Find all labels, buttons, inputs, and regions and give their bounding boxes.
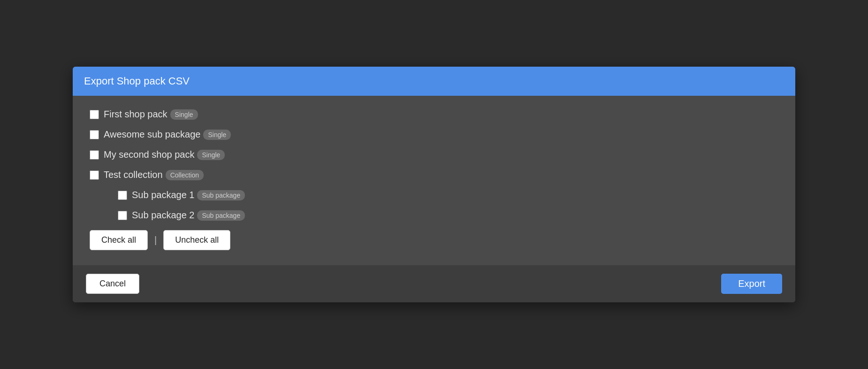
export-button[interactable]: Export (721, 274, 782, 294)
export-modal: Export Shop pack CSV First shop packSing… (73, 67, 795, 302)
checkbox-label-text-my-second-shop-pack: My second shop pack (104, 149, 194, 160)
actions-row: Check all|Uncheck all (90, 230, 778, 250)
badge-awesome-sub-package: Single (203, 130, 231, 140)
checkbox-sub-package-2[interactable] (118, 211, 127, 220)
checkbox-item-awesome-sub-package: Awesome sub packageSingle (90, 129, 778, 140)
badge-test-collection: Collection (166, 170, 204, 180)
checkbox-label-text-sub-package-2: Sub package 2 (132, 210, 194, 221)
checkbox-item-first-shop-pack: First shop packSingle (90, 109, 778, 120)
modal-header: Export Shop pack CSV (73, 67, 795, 96)
badge-my-second-shop-pack: Single (197, 150, 225, 160)
modal-title: Export Shop pack CSV (84, 75, 190, 87)
checkbox-awesome-sub-package[interactable] (90, 130, 99, 139)
checkbox-item-test-collection: Test collectionCollection (90, 169, 778, 180)
checkbox-label-text-sub-package-1: Sub package 1 (132, 190, 194, 200)
modal-overlay: Export Shop pack CSV First shop packSing… (0, 0, 868, 369)
label-test-collection[interactable]: Test collectionCollection (104, 169, 204, 180)
checkbox-label-text-test-collection: Test collection (104, 169, 163, 180)
checkbox-first-shop-pack[interactable] (90, 110, 99, 119)
modal-body: First shop packSingleAwesome sub package… (73, 96, 795, 265)
checkbox-label-text-awesome-sub-package: Awesome sub package (104, 129, 200, 140)
checkbox-item-sub-package-1: Sub package 1Sub package (118, 190, 778, 200)
separator: | (152, 235, 159, 246)
label-sub-package-2[interactable]: Sub package 2Sub package (132, 210, 245, 221)
cancel-button[interactable]: Cancel (86, 274, 139, 294)
checkbox-label-text-first-shop-pack: First shop pack (104, 109, 168, 120)
checkbox-item-sub-package-2: Sub package 2Sub package (118, 210, 778, 221)
label-my-second-shop-pack[interactable]: My second shop packSingle (104, 149, 225, 160)
check-all-button[interactable]: Check all (90, 230, 148, 250)
checkbox-my-second-shop-pack[interactable] (90, 150, 99, 160)
label-sub-package-1[interactable]: Sub package 1Sub package (132, 190, 245, 200)
badge-first-shop-pack: Single (170, 109, 198, 120)
checkbox-test-collection[interactable] (90, 170, 99, 180)
badge-sub-package-1: Sub package (197, 190, 245, 200)
checkbox-item-my-second-shop-pack: My second shop packSingle (90, 149, 778, 160)
label-first-shop-pack[interactable]: First shop packSingle (104, 109, 198, 120)
badge-sub-package-2: Sub package (197, 210, 245, 221)
uncheck-all-button[interactable]: Uncheck all (163, 230, 230, 250)
label-awesome-sub-package[interactable]: Awesome sub packageSingle (104, 129, 231, 140)
modal-footer: Cancel Export (73, 265, 795, 302)
checkbox-sub-package-1[interactable] (118, 191, 127, 200)
